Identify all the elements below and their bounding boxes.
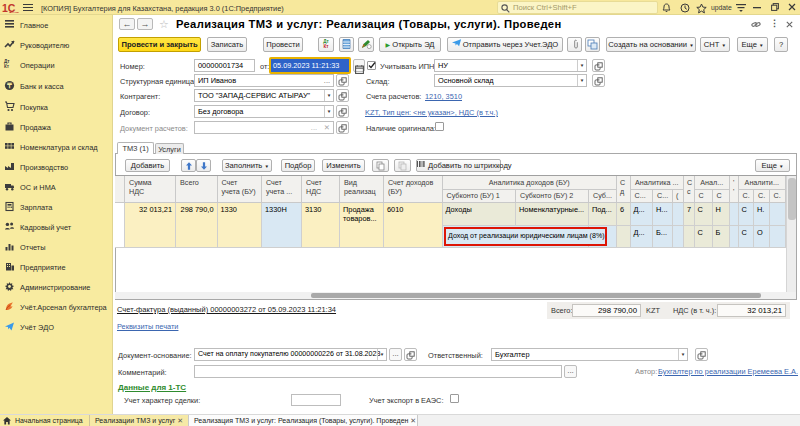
svg-text:1С: 1С bbox=[2, 3, 16, 13]
svg-text:₸: ₸ bbox=[6, 82, 12, 89]
